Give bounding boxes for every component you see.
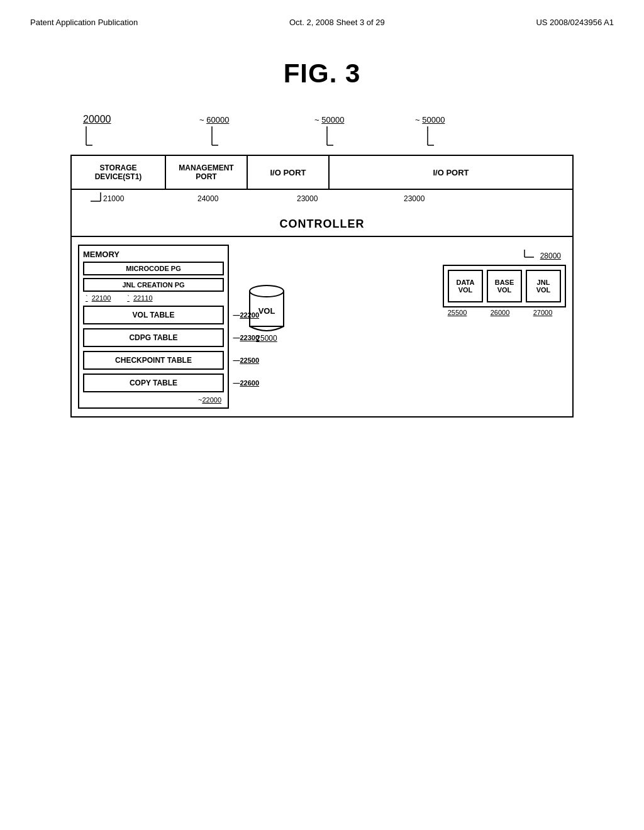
ref-22500-inline: —22500 [233,357,259,364]
header-date-sheet: Oct. 2, 2008 Sheet 3 of 29 [289,18,385,27]
ref-22100: 22100 [92,294,111,302]
bracket-50000b [425,126,443,148]
jnl-vol-box: JNLVOL [526,270,561,302]
pg-refs: ` 22100 ` 22110 [83,294,224,302]
management-port-label: MANAGEMENTPORT [179,163,233,181]
base-vol-box: BASEVOL [487,270,522,302]
memory-title: MEMORY [83,250,224,259]
header-patent-number: US 2008/0243956 A1 [536,18,614,27]
ref-21000-area: 21000 [89,192,124,205]
memory-bottom-ref-area: ~ 22000 [83,396,224,404]
vol-boxes-refs: 25500 26000 27000 [434,307,566,316]
copy-table-label: COPY TABLE [130,379,177,387]
ref-22600-inline: —22600 [233,379,259,387]
controller-label: CONTROLLER [72,213,572,237]
ref-23000b-area: 23000 [404,192,425,204]
copy-table-item: COPY TABLE —22600 [83,374,224,392]
jnl-creation-pg-item: JNL CREATION PG [83,278,224,292]
diagram-area: 20000 ~ 60000 ~ 50000 ~ 50000 [70,114,574,418]
header-publication: Patent Application Publication [30,18,138,27]
checkpoint-table-item: CHECKPOINT TABLE —22500 [83,351,224,370]
outer-box: STORAGE DEVICE(ST1) MANAGEMENTPORT I/O P… [70,155,574,418]
ref-22200-inline: —22200 [233,311,259,319]
bracket-60000 [209,126,228,148]
inner-area: MEMORY MICROCODE PG JNL CREATION PG ` 22… [72,237,572,416]
ref-23000a-area: 23000 [297,192,318,204]
ref-23000b-label: 23000 [404,194,425,203]
data-vol-box: DATAVOL [448,270,483,302]
ref-23000a-label: 23000 [297,194,318,203]
bracket-50000a [324,126,343,148]
top-row: STORAGE DEVICE(ST1) MANAGEMENTPORT I/O P… [72,156,572,190]
vol-table-item: VOL TABLE —22200 [83,306,224,324]
cell-io-port-1: I/O PORT [248,156,330,189]
ref-50000b: ~ 50000 [415,114,445,148]
base-vol-label: BASEVOL [495,279,514,294]
checkpoint-table-label: CHECKPOINT TABLE [115,356,192,365]
bracket-21000 [89,192,103,205]
ref-24000-area: 24000 [197,192,218,204]
microcode-pg-label: MICROCODE PG [126,265,180,272]
ref-24000-label: 24000 [197,194,218,203]
bracket-28000 [509,250,540,262]
right-vol-area: 28000 DATAVOL BASEVOL JNLVOL [434,250,566,316]
figure-title: FIG. 3 [0,58,644,89]
vol-table-label: VOL TABLE [133,311,175,319]
memory-box: MEMORY MICROCODE PG JNL CREATION PG ` 22… [78,245,229,409]
cell-management-port: MANAGEMENTPORT [166,156,248,189]
ref-50000a: ~ 50000 [314,114,344,148]
vol-boxes-group: DATAVOL BASEVOL JNLVOL [443,265,566,307]
vol-cylinder: VOL [247,282,286,331]
ref-28000-area: 28000 [509,250,561,262]
ref-22110: 22110 [133,294,153,302]
microcode-pg-item: MICROCODE PG [83,262,224,275]
io-port-1-label: I/O PORT [270,168,306,177]
io-port-2-label: I/O PORT [433,168,469,177]
ref-27000: 27000 [525,309,560,316]
bracket-20000 [83,126,102,148]
inner-refs-row: 21000 24000 23000 23000 [72,190,572,213]
ref-20000: 20000 [83,114,111,148]
jnl-creation-pg-label: JNL CREATION PG [122,281,184,289]
cell-storage-device: STORAGE DEVICE(ST1) [72,156,166,189]
ref-28000-label: 28000 [540,252,561,260]
svg-text:VOL: VOL [258,306,275,316]
ref-60000: ~ 60000 [199,114,229,148]
cdpg-table-item: CDPG TABLE —22300 [83,328,224,347]
ref-22300-inline: —22300 [233,334,259,341]
cell-io-port-2: I/O PORT [330,156,572,189]
ref-25500: 25500 [440,309,475,316]
data-vol-label: DATAVOL [457,279,475,294]
ref-22000: 22000 [202,396,221,404]
cdpg-table-label: CDPG TABLE [129,333,177,342]
storage-device-label: STORAGE DEVICE(ST1) [95,163,142,181]
jnl-vol-label: JNLVOL [536,279,551,294]
top-ref-labels: 20000 ~ 60000 ~ 50000 ~ 50000 [77,114,574,155]
svg-point-11 [250,285,284,297]
ref-21000-label: 21000 [103,194,124,203]
page-header: Patent Application Publication Oct. 2, 2… [0,0,644,27]
ref-26000: 26000 [482,309,518,316]
